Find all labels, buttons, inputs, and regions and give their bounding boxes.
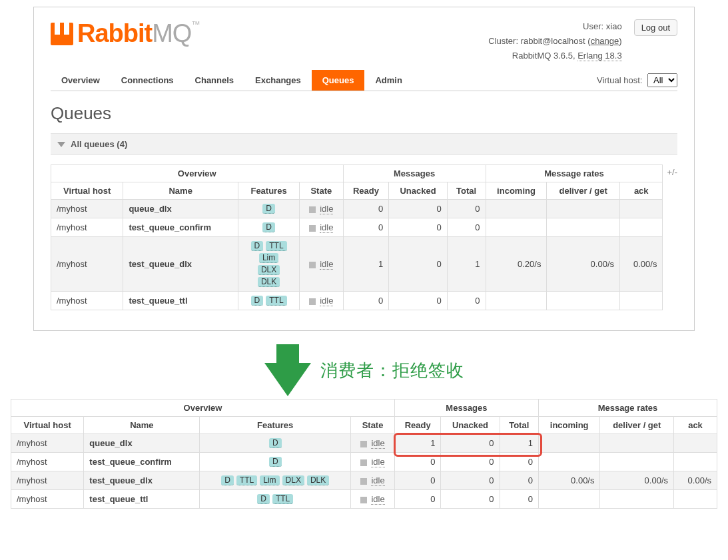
feature-badge[interactable]: TTL: [266, 241, 286, 251]
feature-badge[interactable]: TTL: [272, 494, 293, 504]
cluster-value: rabbit@localhost: [521, 36, 585, 46]
ready-cell: 1: [343, 237, 389, 292]
tab-channels[interactable]: Channels: [184, 70, 245, 91]
total-cell: 1: [447, 237, 486, 292]
virtual-host-picker: Virtual host: All: [597, 73, 677, 87]
state-indicator-icon: [360, 459, 367, 466]
column-header[interactable]: Unacked: [441, 417, 500, 434]
features-cell: D: [200, 453, 351, 471]
feature-badge[interactable]: DLK: [258, 277, 280, 287]
ready-cell: 0: [395, 471, 441, 490]
incoming-cell: 0.00/s: [538, 471, 600, 490]
ack-cell: [674, 434, 717, 453]
queue-name-cell[interactable]: test_queue_confirm: [84, 453, 200, 471]
unacked-cell: 0: [389, 200, 447, 218]
queue-name-cell[interactable]: test_queue_confirm: [123, 218, 238, 237]
tab-queues[interactable]: Queues: [312, 70, 365, 91]
feature-badge[interactable]: Lim: [259, 253, 278, 263]
queues-table-after: OverviewMessagesMessage ratesVirtual hos…: [0, 399, 728, 522]
feature-badge[interactable]: TTL: [236, 475, 257, 485]
column-header[interactable]: Features: [238, 182, 300, 200]
feature-badge[interactable]: Lim: [260, 475, 279, 485]
incoming-cell: [538, 434, 600, 453]
ack-cell: [620, 200, 663, 218]
column-header[interactable]: deliver / get: [600, 417, 674, 434]
column-header[interactable]: deliver / get: [547, 182, 620, 200]
state-indicator-icon: [309, 262, 316, 268]
feature-badge[interactable]: D: [269, 438, 282, 448]
state-text: idle: [320, 222, 333, 233]
column-group-header: Message rates: [538, 400, 717, 417]
down-arrow-icon: [264, 344, 311, 396]
all-queues-section-header[interactable]: All queues (4): [51, 133, 677, 155]
virtual-host-cell: /myhost: [11, 490, 84, 509]
column-header[interactable]: Total: [447, 182, 486, 200]
column-header[interactable]: Virtual host: [11, 417, 84, 434]
feature-badge[interactable]: D: [221, 475, 234, 485]
unacked-cell: 0: [441, 453, 500, 471]
virtual-host-cell: /myhost: [51, 237, 123, 292]
user-name: xiao: [606, 21, 622, 31]
column-header[interactable]: ack: [620, 182, 663, 200]
queue-name-cell[interactable]: queue_dlx: [123, 200, 238, 218]
state-cell: idle: [300, 218, 343, 237]
queue-name-cell[interactable]: test_queue_dlx: [84, 471, 200, 490]
features-cell: D: [238, 200, 300, 218]
queue-name-cell[interactable]: test_queue_ttl: [123, 292, 238, 310]
unacked-cell: 0: [441, 490, 500, 509]
logout-button[interactable]: Log out: [634, 19, 677, 36]
column-header[interactable]: Features: [200, 417, 351, 434]
column-header[interactable]: Virtual host: [51, 182, 123, 200]
feature-badge[interactable]: DLK: [307, 475, 329, 485]
column-header[interactable]: incoming: [486, 182, 547, 200]
column-header[interactable]: ack: [674, 417, 717, 434]
column-header[interactable]: Name: [123, 182, 238, 200]
deliver-cell: [600, 453, 674, 471]
feature-badge[interactable]: D: [262, 222, 275, 232]
feature-badge[interactable]: DLX: [258, 265, 280, 275]
column-header[interactable]: Total: [500, 417, 538, 434]
feature-badge[interactable]: D: [269, 457, 282, 467]
queue-name-cell[interactable]: test_queue_dlx: [123, 237, 238, 292]
feature-badge[interactable]: DLX: [282, 475, 304, 485]
feature-badge[interactable]: TTL: [266, 296, 286, 306]
column-header[interactable]: Name: [84, 417, 200, 434]
user-cluster-info: User: xiao Cluster: rabbit@localhost (ch…: [488, 19, 677, 63]
tab-exchanges[interactable]: Exchanges: [244, 70, 312, 91]
column-header[interactable]: Ready: [395, 417, 441, 434]
virtual-host-label: Virtual host:: [597, 75, 642, 85]
state-text: idle: [371, 438, 384, 449]
tab-overview[interactable]: Overview: [51, 70, 111, 91]
queue-name-cell[interactable]: test_queue_ttl: [84, 490, 200, 509]
column-header[interactable]: State: [351, 417, 395, 434]
state-cell: idle: [300, 292, 343, 310]
virtual-host-select[interactable]: All: [647, 73, 677, 87]
state-indicator-icon: [360, 441, 367, 447]
feature-badge[interactable]: D: [251, 296, 264, 306]
column-header[interactable]: incoming: [538, 417, 600, 434]
ack-cell: 0.00/s: [620, 237, 663, 292]
column-group-header: Message rates: [486, 165, 663, 182]
state-text: idle: [371, 494, 384, 505]
nav-tabs: OverviewConnectionsChannelsExchangesQueu…: [51, 70, 677, 91]
column-header[interactable]: State: [300, 182, 343, 200]
total-cell: 0: [447, 200, 486, 218]
incoming-cell: [538, 453, 600, 471]
virtual-host-cell: /myhost: [11, 471, 84, 490]
state-text: idle: [371, 475, 384, 486]
total-cell: 0: [447, 292, 486, 310]
feature-badge[interactable]: D: [257, 494, 270, 504]
feature-badge[interactable]: D: [262, 204, 275, 214]
tab-connections[interactable]: Connections: [111, 70, 184, 91]
table-row: /myhosttest_queue_dlxDTTLLimDLXDLKidle00…: [11, 471, 717, 490]
ready-cell: 0: [343, 200, 389, 218]
change-cluster-link[interactable]: change: [591, 36, 619, 46]
unacked-cell: 0: [389, 237, 447, 292]
table-row: /myhosttest_queue_dlxDTTLLimDLXDLKidle10…: [51, 237, 663, 292]
tab-admin[interactable]: Admin: [364, 70, 412, 91]
column-header[interactable]: Ready: [343, 182, 389, 200]
feature-badge[interactable]: D: [251, 241, 264, 251]
columns-toggle[interactable]: +/-: [667, 164, 677, 177]
queue-name-cell[interactable]: queue_dlx: [84, 434, 200, 453]
column-header[interactable]: Unacked: [389, 182, 447, 200]
